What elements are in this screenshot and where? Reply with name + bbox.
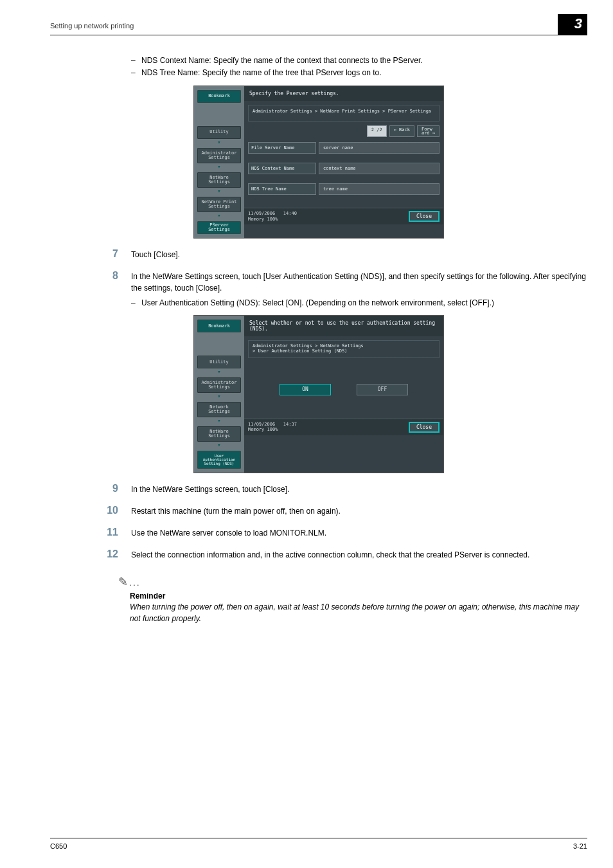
step-11: 11Use the NetWare server console to load…	[50, 527, 587, 539]
arrow-down-icon: ▾	[217, 370, 220, 374]
sidebar-item-netware-print[interactable]: NetWare Print Settings	[197, 197, 241, 212]
field-value[interactable]: server name	[319, 142, 440, 154]
arrow-down-icon: ▾	[217, 140, 220, 144]
sidebar-item-user-auth-nds[interactable]: User Authentication Setting (NDS)	[197, 451, 241, 469]
arrow-down-icon: ▾	[217, 213, 220, 217]
field-label[interactable]: NDS Tree Name	[248, 183, 316, 195]
pager: 2 /2 ← Back Forw ard →	[248, 125, 440, 138]
arrow-down-icon: ▾	[217, 189, 220, 193]
field-label[interactable]: NDS Context Name	[248, 163, 316, 174]
footer-left: C650	[50, 842, 67, 850]
bullet-text: NDS Context Name: Specify the name of th…	[141, 55, 423, 66]
step-text: Restart this machine (turn the main powe…	[131, 505, 587, 517]
field-row-file-server: File Server Name server name	[248, 142, 440, 154]
reminder-heading: Reminder	[130, 592, 587, 601]
sidebar-item-netware-settings[interactable]: NetWare Settings	[197, 172, 241, 188]
page: Setting up network printing 3 –NDS Conte…	[0, 0, 613, 868]
reminder-block: ✎... Reminder When turning the power off…	[118, 575, 587, 624]
chapter-box: 3	[558, 14, 587, 35]
step-text: Touch [Close].	[131, 249, 587, 260]
footer-status: 11/09/2006 14:40Memory 100%	[248, 211, 297, 222]
close-button[interactable]: Close	[409, 422, 440, 433]
sidebar: Bookmark Utility ▾ Administrator Setting…	[194, 316, 244, 473]
step-10: 10Restart this machine (turn the main po…	[50, 505, 587, 517]
back-button[interactable]: ← Back	[389, 125, 414, 138]
main-panel: Specify the Pserver settings. Administra…	[244, 86, 443, 238]
arrow-down-icon: ▾	[217, 419, 220, 422]
page-indicator: 2 /2	[367, 125, 387, 138]
on-button[interactable]: ON	[280, 384, 331, 395]
footer-status: 11/09/2006 14:37Memory 100%	[248, 422, 297, 433]
breadcrumb: Administrator Settings > NetWare Setting…	[248, 340, 440, 357]
sidebar-item-utility[interactable]: Utility	[197, 356, 241, 368]
step-text: Select the connection information and, i…	[131, 549, 587, 561]
content: –NDS Context Name: Specify the name of t…	[50, 55, 587, 624]
field-value[interactable]: tree name	[319, 183, 440, 195]
panel-title: Specify the Pserver settings.	[244, 86, 443, 101]
field-row-nds-tree: NDS Tree Name tree name	[248, 183, 440, 195]
arrow-down-icon: ▾	[217, 443, 220, 447]
step-12: 12Select the connection information and,…	[50, 549, 587, 561]
bullet-text: User Authentication Setting (NDS): Selec…	[141, 298, 494, 309]
close-button[interactable]: Close	[409, 211, 440, 222]
sidebar-item-admin-settings[interactable]: Administrator Settings	[197, 377, 241, 393]
chapter-number: 3	[574, 15, 582, 32]
step-text: In the NetWare Settings screen, touch [U…	[131, 271, 587, 294]
field-label[interactable]: File Server Name	[248, 142, 316, 154]
reminder-text: When turning the power off, then on agai…	[130, 602, 587, 624]
step-8: 8In the NetWare Settings screen, touch […	[50, 271, 587, 294]
fields: File Server Name server name NDS Context…	[244, 137, 443, 208]
field-value[interactable]: context name	[319, 163, 440, 174]
sidebar-item-utility[interactable]: Utility	[197, 126, 241, 139]
bullet-text: NDS Tree Name: Specify the name of the t…	[141, 68, 382, 78]
step-9: 9In the NetWare Settings screen, touch […	[50, 484, 587, 495]
bookmark-button[interactable]: Bookmark	[197, 320, 241, 332]
breadcrumb: Administrator Settings > NetWare Print S…	[248, 105, 440, 122]
step-7: 7Touch [Close].	[50, 249, 587, 260]
panel-footer: 11/09/2006 14:37Memory 100% Close	[244, 419, 443, 435]
screenshot-pserver-settings: Bookmark Utility ▾ Administrator Setting…	[193, 86, 444, 239]
field-row-nds-context: NDS Context Name context name	[248, 163, 440, 174]
main-panel: Select whether or not to use the user au…	[244, 316, 443, 473]
arrow-down-icon: ▾	[217, 165, 220, 168]
sidebar-item-admin-settings[interactable]: Administrator Settings	[197, 148, 241, 163]
sidebar-item-network-settings[interactable]: Network Settings	[197, 402, 241, 417]
bookmark-button[interactable]: Bookmark	[197, 90, 241, 103]
rule-top	[50, 35, 587, 35]
bullet-nds-tree: –NDS Tree Name: Specify the name of the …	[131, 68, 587, 78]
footer-right: 3-21	[573, 842, 587, 850]
reminder-icon: ✎...	[118, 575, 587, 589]
bullet-nds-context: –NDS Context Name: Specify the name of t…	[131, 55, 587, 66]
sidebar-item-netware-settings[interactable]: NetWare Settings	[197, 426, 241, 442]
screenshot-user-auth-nds: Bookmark Utility ▾ Administrator Setting…	[193, 315, 444, 473]
off-button[interactable]: OFF	[357, 384, 408, 395]
arrow-down-icon: ▾	[217, 394, 220, 398]
sidebar-item-pserver-settings[interactable]: PServer Settings	[197, 221, 241, 234]
panel-title: Select whether or not to use the user au…	[244, 316, 443, 336]
on-off-row: ON OFF	[244, 384, 443, 395]
panel-footer: 11/09/2006 14:40Memory 100% Close	[244, 208, 443, 224]
rule-bottom	[50, 838, 587, 838]
sidebar: Bookmark Utility ▾ Administrator Setting…	[194, 86, 244, 238]
running-head: Setting up network printing	[50, 22, 134, 30]
step-text: In the NetWare Settings screen, touch [C…	[131, 484, 587, 495]
forward-button[interactable]: Forw ard →	[417, 125, 440, 138]
step-text: Use the NetWare server console to load M…	[131, 527, 587, 539]
step-8-bullet: –User Authentication Setting (NDS): Sele…	[131, 298, 587, 309]
